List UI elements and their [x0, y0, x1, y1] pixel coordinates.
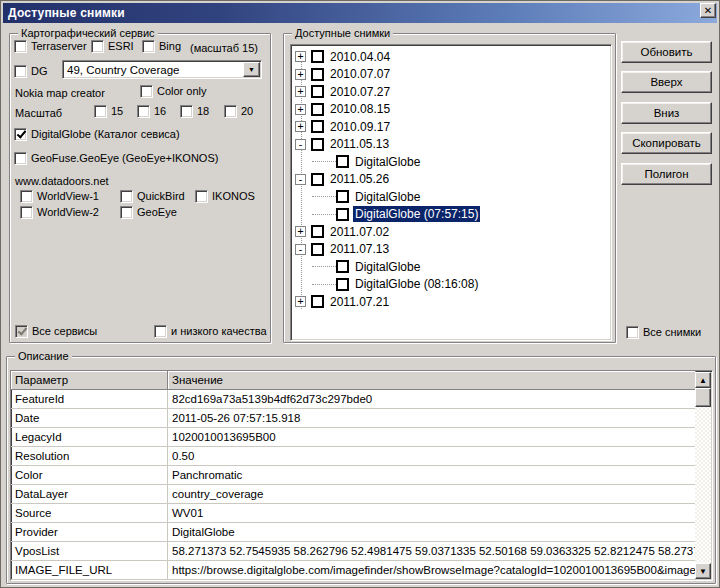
tree-item-label[interactable]: DigitalGlobe [353, 259, 422, 275]
tree-item-checkbox[interactable] [311, 243, 324, 256]
tree-item-label[interactable]: DigitalGlobe [353, 154, 422, 170]
table-row[interactable]: LegacyId1020010013695B00 [11, 428, 696, 447]
all-services-checkbox[interactable] [15, 325, 28, 338]
table-row[interactable]: FeatureId82cd169a73a5139b4df62d73c297bde… [11, 390, 696, 409]
scrollbar-thumb[interactable] [695, 388, 711, 407]
expand-plus-icon[interactable]: + [295, 69, 306, 80]
tree-item-label[interactable]: 2011.07.21 [328, 294, 391, 310]
table-row[interactable]: ColorPanchromatic [11, 466, 696, 485]
tree-item-label[interactable]: 2011.07.02 [328, 224, 391, 240]
worldview1-checkbox[interactable] [20, 190, 33, 203]
scale-20-checkbox[interactable] [224, 105, 237, 118]
geofuse-checkbox[interactable] [14, 152, 27, 165]
tree-item[interactable]: -2011.05.26 [291, 171, 611, 189]
tree-item-checkbox[interactable] [311, 103, 324, 116]
digitalglobe-catalog-checkbox[interactable] [14, 128, 27, 141]
table-row[interactable]: Date2011-05-26 07:57:15.918 [11, 409, 696, 428]
tree-item-checkbox[interactable] [336, 155, 349, 168]
tree-item-label[interactable]: 2011.05.13 [328, 136, 391, 152]
expand-plus-icon[interactable]: + [295, 104, 306, 115]
scroll-down-icon[interactable]: ▼ [695, 563, 711, 579]
collapse-minus-icon[interactable]: - [295, 174, 306, 185]
tree-item-label[interactable]: DigitalGlobe [353, 189, 422, 205]
table-row[interactable]: VposList58.271373 52.7545935 58.262796 5… [11, 542, 696, 561]
ikonos-checkbox[interactable] [195, 190, 208, 203]
bing-checkbox[interactable] [142, 40, 155, 53]
close-icon[interactable]: ✕ [700, 3, 716, 18]
tree-item[interactable]: +2010.07.07 [291, 66, 611, 84]
coverage-combobox[interactable]: 49, Country Coverage ▼ [62, 60, 262, 79]
worldview2-checkbox[interactable] [20, 206, 33, 219]
expand-plus-icon[interactable]: + [295, 226, 306, 237]
scale-16-checkbox[interactable] [137, 105, 150, 118]
table-row[interactable]: ProviderDigitalGlobe [11, 523, 696, 542]
tree-item-checkbox[interactable] [336, 260, 349, 273]
terraserver-checkbox[interactable] [14, 40, 27, 53]
table-row[interactable]: SourceWV01 [11, 504, 696, 523]
tree-item-checkbox[interactable] [336, 278, 349, 291]
tree-item-label[interactable]: 2011.05.26 [328, 171, 391, 187]
expand-plus-icon[interactable]: + [295, 86, 306, 97]
table-row[interactable]: Resolution0.50 [11, 447, 696, 466]
title-bar[interactable]: Доступные снимки [3, 3, 717, 23]
tree-item[interactable]: -2011.05.13 [291, 136, 611, 154]
dg-checkbox[interactable] [14, 65, 27, 78]
down-button[interactable]: Вниз [621, 102, 712, 124]
tree-item-label[interactable]: 2010.04.04 [328, 49, 392, 65]
tree-item[interactable]: DigitalGlobe [291, 258, 611, 276]
quickbird-checkbox[interactable] [120, 190, 133, 203]
tree-item-checkbox[interactable] [311, 138, 324, 151]
chevron-down-icon[interactable]: ▼ [243, 62, 260, 77]
snapshot-tree[interactable]: +2010.04.04+2010.07.07+2010.07.27+2010.0… [290, 44, 612, 341]
tree-item-label[interactable]: 2010.08.15 [328, 101, 392, 117]
refresh-button[interactable]: Обновить [621, 41, 712, 63]
color-only-checkbox[interactable] [140, 85, 153, 98]
expand-plus-icon[interactable]: + [295, 51, 306, 62]
geoeye-checkbox[interactable] [120, 206, 133, 219]
column-header-parameter[interactable]: Параметр [11, 371, 168, 390]
tree-item[interactable]: DigitalGlobe [291, 188, 611, 206]
tree-item[interactable]: DigitalGlobe (07:57:15) [291, 206, 611, 224]
tree-item-checkbox[interactable] [311, 120, 324, 133]
tree-item-label[interactable]: 2010.09.17 [328, 119, 392, 135]
tree-item[interactable]: +2010.09.17 [291, 118, 611, 136]
tree-item-label[interactable]: DigitalGlobe (08:16:08) [353, 276, 480, 292]
tree-item[interactable]: DigitalGlobe (08:16:08) [291, 276, 611, 294]
tree-item-checkbox[interactable] [311, 50, 324, 63]
expand-plus-icon[interactable]: + [295, 296, 306, 307]
low-quality-checkbox[interactable] [154, 325, 167, 338]
tree-item-checkbox[interactable] [311, 225, 324, 238]
tree-item-checkbox[interactable] [311, 85, 324, 98]
tree-item-label[interactable]: 2010.07.27 [328, 84, 392, 100]
tree-item-checkbox[interactable] [311, 173, 324, 186]
tree-item-label[interactable]: 2010.07.07 [328, 66, 392, 82]
scale-18-checkbox[interactable] [180, 105, 193, 118]
polygon-button[interactable]: Полигон [621, 163, 712, 185]
column-header-value[interactable]: Значение [168, 371, 696, 390]
collapse-minus-icon[interactable]: - [295, 139, 306, 150]
table-row[interactable]: DataLayercountry_coverage [11, 485, 696, 504]
table-scrollbar[interactable]: ▲ ▼ [695, 372, 711, 579]
scroll-up-icon[interactable]: ▲ [695, 372, 711, 388]
tree-item[interactable]: +2010.04.04 [291, 48, 611, 66]
tree-item-checkbox[interactable] [311, 68, 324, 81]
expand-plus-icon[interactable]: + [295, 121, 306, 132]
tree-item[interactable]: +2010.08.15 [291, 101, 611, 119]
esri-checkbox[interactable] [91, 40, 104, 53]
tree-item[interactable]: -2011.07.13 [291, 241, 611, 259]
tree-item[interactable]: DigitalGlobe [291, 153, 611, 171]
copy-button[interactable]: Скопировать [621, 132, 712, 154]
table-row[interactable]: IMAGE_FILE_URLhttps://browse.digitalglob… [11, 561, 696, 580]
up-button[interactable]: Вверх [621, 71, 712, 93]
all-snapshots-checkbox[interactable] [626, 326, 639, 339]
tree-item-checkbox[interactable] [311, 295, 324, 308]
tree-item-checkbox[interactable] [336, 190, 349, 203]
tree-item[interactable]: +2011.07.02 [291, 223, 611, 241]
tree-item-label-selected[interactable]: DigitalGlobe (07:57:15) [353, 206, 480, 222]
scale-15-checkbox[interactable] [94, 105, 107, 118]
collapse-minus-icon[interactable]: - [295, 244, 306, 255]
tree-item[interactable]: +2010.07.27 [291, 83, 611, 101]
tree-item[interactable]: +2011.07.21 [291, 293, 611, 311]
tree-item-checkbox[interactable] [336, 208, 349, 221]
tree-item-label[interactable]: 2011.07.13 [328, 241, 391, 257]
